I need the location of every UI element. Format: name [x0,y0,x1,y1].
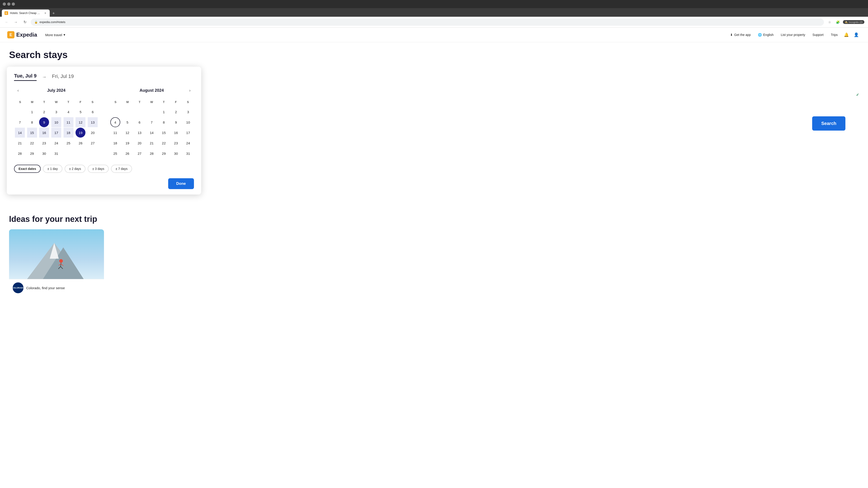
flex-option---2-days[interactable]: ± 2 days [65,165,86,173]
august-day-19[interactable]: 19 [123,138,132,148]
active-tab[interactable]: E Hotels: Search Cheap Hotels, ... ✕ [2,9,50,17]
august-day-2[interactable]: 2 [171,107,181,117]
august-day-10[interactable]: 10 [183,117,193,127]
next-month-button[interactable]: › [186,86,194,94]
july-day-31[interactable]: 31 [51,149,61,158]
july-day-28[interactable]: 28 [15,149,25,158]
july-day-3[interactable]: 3 [51,107,61,117]
ad-card-text: Colorado, find your sense [26,286,65,290]
july-day-23[interactable]: 23 [39,138,49,148]
august-day-12[interactable]: 12 [123,128,132,138]
august-day-15[interactable]: 15 [159,128,169,138]
august-day-16[interactable]: 16 [171,128,181,138]
august-day-4[interactable]: 4 [110,117,120,127]
july-day-21[interactable]: 21 [15,138,25,148]
july-day-4[interactable]: 4 [64,107,73,117]
august-day-3[interactable]: 3 [183,107,193,117]
july-day-30[interactable]: 30 [39,149,49,158]
august-day-29[interactable]: 29 [159,149,169,158]
july-day-20[interactable]: 20 [88,128,98,138]
tab-close-button[interactable]: ✕ [43,11,47,15]
bookmark-button[interactable]: ☆ [827,19,833,25]
july-day-11[interactable]: 11 [64,117,73,127]
july-day-14[interactable]: 14 [15,128,25,138]
august-day-17[interactable]: 17 [183,128,193,138]
url-bar[interactable]: 🔒 expedia.com/Hotels [31,19,824,26]
maximize-button[interactable] [7,2,10,6]
july-day-15[interactable]: 15 [27,128,37,138]
prev-month-button[interactable]: ‹ [14,86,22,94]
august-day-9[interactable]: 9 [171,117,181,127]
july-day-24[interactable]: 24 [51,138,61,148]
support-button[interactable]: Support [809,31,827,38]
flex-option---1-day[interactable]: ± 1 day [43,165,62,173]
july-day-2[interactable]: 2 [39,107,49,117]
august-day-11[interactable]: 11 [110,128,120,138]
aug-weekday-s1: S [110,99,121,105]
july-day-16[interactable]: 16 [39,128,49,138]
july-day-9[interactable]: 9 [39,117,49,127]
end-date-tab[interactable]: Fri, Jul 19 [52,73,74,80]
done-button[interactable]: Done [168,178,194,189]
forward-button[interactable]: → [13,19,19,25]
flex-option---7-days[interactable]: ± 7 days [111,165,132,173]
august-day-18[interactable]: 18 [110,138,120,148]
july-day-18[interactable]: 18 [64,128,73,138]
august-day-7[interactable]: 7 [147,117,157,127]
july-day-12[interactable]: 12 [75,117,86,127]
july-day-26[interactable]: 26 [75,138,86,148]
august-day-14[interactable]: 14 [147,128,157,138]
get-app-button[interactable]: ⬇ Get the app [727,31,754,38]
language-button[interactable]: 🌐 English [755,31,777,38]
july-day-17[interactable]: 17 [51,128,61,138]
account-button[interactable]: 👤 [852,30,861,39]
august-day-5[interactable]: 5 [123,117,132,127]
july-day-25[interactable]: 25 [64,138,73,148]
august-day-8[interactable]: 8 [159,117,169,127]
july-day-5[interactable]: 5 [75,107,86,117]
july-day-13[interactable]: 13 [88,117,98,127]
july-day-19[interactable]: 19 [75,128,86,138]
august-day-25[interactable]: 25 [110,149,120,158]
site-header: E Expedia More travel ▾ ⬇ Get the app 🌐 … [0,28,868,42]
july-day-10[interactable]: 10 [51,117,61,127]
july-day-1[interactable]: 1 [27,107,37,117]
july-day-27[interactable]: 27 [88,138,98,148]
august-day-27[interactable]: 27 [134,149,145,158]
notifications-button[interactable]: 🔔 [842,30,851,39]
incognito-badge[interactable]: 🕵 Incognito (2) [843,20,864,24]
july-calendar: ‹ July 2024 S M T W T F [14,86,98,158]
flex-option---3-days[interactable]: ± 3 days [88,165,109,173]
logo[interactable]: E Expedia [7,31,37,38]
list-property-button[interactable]: List your property [778,31,808,38]
august-day-31[interactable]: 31 [183,149,193,158]
july-day-6[interactable]: 6 [88,107,98,117]
august-day-23[interactable]: 23 [171,138,181,148]
search-button[interactable]: Search [812,116,845,131]
flex-option-exact-dates[interactable]: Exact dates [14,165,41,173]
start-date-tab[interactable]: Tue, Jul 9 [14,73,37,81]
august-day-21[interactable]: 21 [147,138,157,148]
new-tab-button[interactable]: + [50,10,57,17]
august-day-1[interactable]: 1 [159,107,169,117]
august-day-26[interactable]: 26 [123,149,132,158]
july-day-29[interactable]: 29 [27,149,37,158]
july-day-8[interactable]: 8 [27,117,37,127]
august-day-28[interactable]: 28 [147,149,157,158]
august-day-6[interactable]: 6 [134,117,145,127]
back-button[interactable]: ← [4,19,10,25]
august-day-20[interactable]: 20 [134,138,145,148]
more-travel-button[interactable]: More travel ▾ [42,31,68,39]
trips-button[interactable]: Trips [828,31,841,38]
july-day-22[interactable]: 22 [27,138,37,148]
reload-button[interactable]: ↻ [22,19,28,25]
august-day-30[interactable]: 30 [171,149,181,158]
july-days: 1234567891011121314151617181920212223242… [14,107,98,158]
extensions-button[interactable]: 🧩 [835,19,841,25]
august-day-13[interactable]: 13 [134,128,145,138]
august-day-22[interactable]: 22 [159,138,169,148]
august-day-24[interactable]: 24 [183,138,193,148]
july-day-7[interactable]: 7 [15,117,25,127]
minimize-button[interactable] [3,2,6,6]
close-button[interactable] [12,2,15,6]
